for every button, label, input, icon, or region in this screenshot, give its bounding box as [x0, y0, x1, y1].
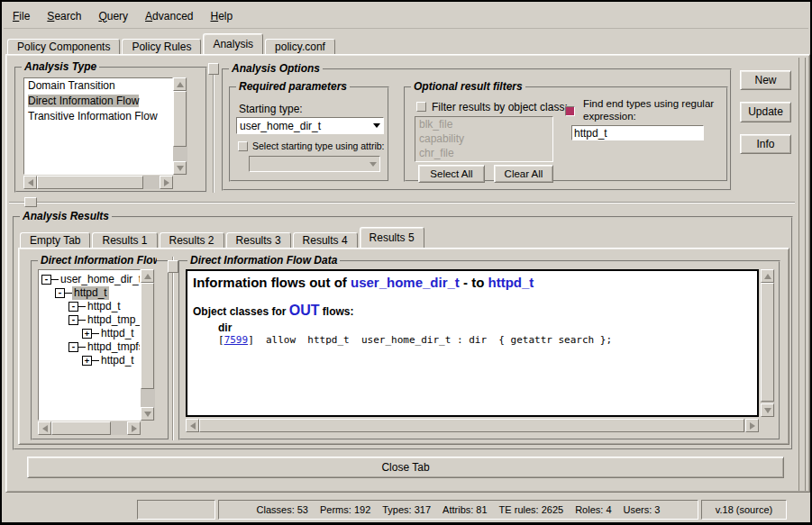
- results-sash-vertical: [172, 257, 174, 440]
- expand-icon[interactable]: +: [82, 356, 92, 366]
- tab-results-3[interactable]: Results 3: [226, 232, 291, 248]
- info-button[interactable]: Info: [740, 134, 791, 154]
- chevron-down-icon[interactable]: [370, 123, 383, 128]
- tree-node-label-selected[interactable]: httpd_t: [72, 286, 109, 300]
- flow-tree[interactable]: -user_home_dir_t -httpd_t -httpd_t -http…: [38, 269, 141, 421]
- list-item[interactable]: Domain Transition: [24, 78, 172, 94]
- scroll-left-icon[interactable]: [23, 176, 37, 189]
- update-button[interactable]: Update: [740, 102, 791, 122]
- expand-icon[interactable]: +: [82, 329, 92, 339]
- tab-policy-components[interactable]: Policy Components: [7, 39, 120, 54]
- tree-node-label[interactable]: user_home_dir_t: [59, 273, 141, 286]
- sash-handle[interactable]: [24, 197, 37, 207]
- scroll-right-icon[interactable]: [745, 419, 759, 432]
- flow-data-textarea[interactable]: Information flows out of user_home_dir_t…: [186, 269, 759, 417]
- menu-search[interactable]: Search: [47, 10, 81, 23]
- tree-node-label[interactable]: httpd_t: [99, 327, 136, 340]
- policy-version: v.18 (source): [716, 504, 772, 515]
- clear-all-button[interactable]: Clear All: [494, 165, 553, 183]
- analysis-type-title: Analysis Type: [22, 60, 99, 73]
- tab-policy-rules[interactable]: Policy Rules: [122, 39, 201, 54]
- tree-row[interactable]: +httpd_t: [39, 327, 140, 340]
- analysis-type-vscrollbar[interactable]: [173, 77, 187, 175]
- scroll-left-icon[interactable]: [38, 421, 51, 435]
- stat-roles: Roles: 4: [575, 504, 611, 515]
- main-tab-bar: Policy ComponentsPolicy RulesAnalysispol…: [7, 33, 337, 54]
- tab-policy-conf[interactable]: policy.conf: [265, 39, 335, 54]
- regex-checkbox-checked[interactable]: [565, 106, 575, 116]
- scroll-thumb[interactable]: [761, 283, 774, 402]
- starting-type-combobox[interactable]: user_home_dir_t: [236, 117, 384, 134]
- scroll-left-icon[interactable]: [186, 419, 199, 432]
- scroll-down-icon[interactable]: [761, 403, 774, 417]
- menu-help[interactable]: Help: [210, 10, 233, 23]
- regex-checkbox-label: Find end types using regular expression:: [583, 97, 727, 122]
- flow-data-vscrollbar[interactable]: [761, 269, 775, 417]
- tree-row[interactable]: -httpd_t: [39, 300, 140, 313]
- scroll-thumb[interactable]: [141, 283, 154, 389]
- tab-results-5[interactable]: Results 5: [360, 227, 424, 248]
- tree-row[interactable]: -httpd_tmpfs_t: [39, 340, 140, 354]
- tree-node-label[interactable]: httpd_t: [86, 300, 123, 313]
- stat-users: Users: 3: [624, 504, 661, 515]
- tree-node-label[interactable]: httpd_tmp_t: [86, 313, 141, 327]
- flow-tree-hscrollbar[interactable]: [38, 421, 141, 435]
- collapse-icon[interactable]: -: [68, 342, 78, 352]
- scroll-thumb[interactable]: [173, 91, 187, 147]
- new-button[interactable]: New: [740, 70, 791, 90]
- flow-direction: OUT: [289, 303, 320, 318]
- tab-results-4[interactable]: Results 4: [293, 232, 358, 248]
- scroll-down-icon[interactable]: [173, 161, 187, 175]
- collapse-icon[interactable]: -: [68, 302, 78, 312]
- tree-node-label[interactable]: httpd_t: [99, 354, 136, 367]
- tree-row[interactable]: -user_home_dir_t: [39, 273, 140, 286]
- list-item[interactable]: Transitive Information Flow: [24, 109, 172, 124]
- sash-handle[interactable]: [168, 260, 178, 273]
- menu-advanced[interactable]: Advanced: [145, 10, 193, 23]
- select-all-button[interactable]: Select All: [418, 165, 485, 183]
- menu-file[interactable]: File: [13, 10, 30, 23]
- analysis-type-listbox[interactable]: Domain Transition Direct Information Flo…: [23, 77, 173, 175]
- tab-results-1[interactable]: Results 1: [92, 232, 157, 248]
- collapse-icon[interactable]: -: [41, 275, 51, 285]
- scroll-thumb[interactable]: [199, 419, 744, 432]
- scroll-up-icon[interactable]: [173, 77, 187, 91]
- status-version-panel: v.18 (source): [701, 500, 787, 520]
- scroll-down-icon[interactable]: [141, 407, 154, 421]
- tab-results-2[interactable]: Results 2: [160, 232, 224, 248]
- list-item-disabled: capability: [415, 131, 552, 146]
- object-class-checkbox[interactable]: [416, 102, 426, 112]
- apol-window: File Search Query Advanced Help Policy C…: [0, 0, 812, 525]
- tree-row[interactable]: -httpd_tmp_t: [39, 313, 140, 327]
- scroll-thumb[interactable]: [51, 421, 111, 435]
- scroll-up-icon[interactable]: [761, 269, 774, 283]
- scroll-right-icon[interactable]: [160, 176, 173, 189]
- collapse-icon[interactable]: -: [68, 315, 78, 325]
- starting-type-label: Starting type:: [239, 103, 303, 115]
- scroll-thumb[interactable]: [37, 176, 143, 189]
- regex-input[interactable]: [571, 125, 704, 140]
- object-class-checkbox-label: Filter results by object class:: [432, 101, 568, 113]
- scroll-up-icon[interactable]: [141, 269, 154, 283]
- menu-query[interactable]: Query: [98, 10, 128, 23]
- tab-analysis[interactable]: Analysis: [203, 33, 263, 54]
- tree-row[interactable]: +httpd_t: [39, 354, 140, 367]
- list-item-selected[interactable]: Direct Information Flow: [24, 94, 172, 109]
- collapse-icon[interactable]: -: [55, 288, 65, 298]
- scroll-right-icon[interactable]: [127, 421, 141, 435]
- tab-empty-tab[interactable]: Empty Tab: [20, 232, 90, 248]
- status-stats-panel: Classes: 53 Perms: 192 Types: 317 Attrib…: [218, 500, 698, 520]
- tree-row[interactable]: -httpd_t: [39, 286, 140, 300]
- chevron-down-icon: [367, 162, 379, 167]
- object-class-name: dir: [218, 321, 757, 334]
- object-class-listbox-disabled: blk_file capability chr_file: [415, 116, 553, 162]
- analysis-type-hscrollbar[interactable]: [23, 176, 173, 189]
- attrib-checkbox[interactable]: [238, 141, 248, 151]
- sash-handle[interactable]: [208, 63, 219, 75]
- flow-data-hscrollbar[interactable]: [186, 419, 759, 432]
- rule-number-link[interactable]: 7599: [224, 334, 249, 346]
- close-tab-button[interactable]: Close Tab: [27, 457, 784, 478]
- source-type: user_home_dir_t: [351, 275, 460, 290]
- flow-tree-vscrollbar[interactable]: [141, 269, 155, 421]
- tree-node-label[interactable]: httpd_tmpfs_t: [86, 340, 141, 354]
